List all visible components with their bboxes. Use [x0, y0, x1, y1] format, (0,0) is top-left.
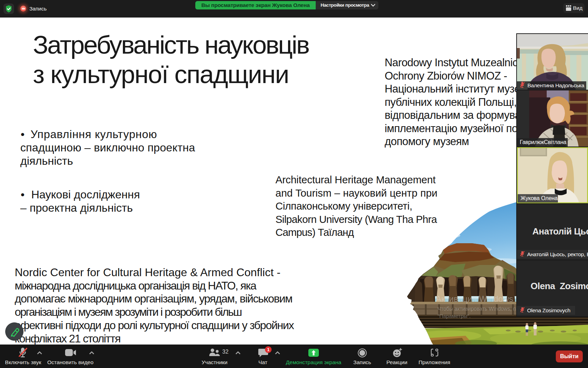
svg-text:Жукова Олена: Жукова Олена	[520, 195, 558, 201]
svg-text:ГаврилюкСвітлана: ГаврилюкСвітлана	[520, 139, 566, 145]
svg-text:Валентина Надольська: Валентина Надольська	[527, 82, 584, 88]
svg-text:Активация Windows: Активация Windows	[436, 294, 513, 304]
svg-text:"Параметры".: "Параметры".	[438, 313, 471, 319]
